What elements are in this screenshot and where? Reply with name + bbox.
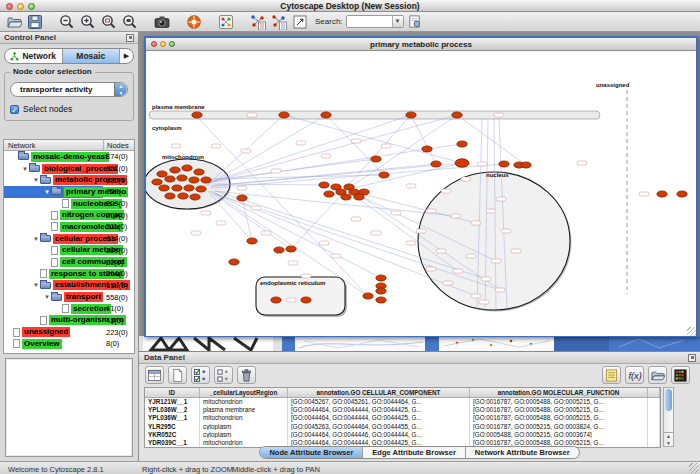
background-windows[interactable] (139, 336, 700, 351)
expand-arrow-icon[interactable]: ▼ (32, 177, 40, 183)
window-resize-grip[interactable] (687, 327, 696, 336)
edge (206, 115, 326, 186)
attribute-table: ID_cellularLayoutRegionannotation.GO CEL… (144, 387, 661, 448)
select-attributes-button[interactable] (191, 366, 210, 384)
combo-stepper-icon[interactable]: ▲▼ (114, 83, 127, 96)
node-color-combobox[interactable]: transporter activity ▲▼ (10, 82, 128, 97)
tree-row-transport[interactable]: ▼transport558(0) (4, 291, 134, 303)
annotation-button[interactable] (289, 13, 310, 31)
zoom-in-button[interactable] (77, 13, 98, 31)
region-label: endoplasmic reticulum (260, 280, 325, 286)
tree-row-unassigned[interactable]: unassigned223(0) (4, 326, 134, 338)
float-data-panel-icon[interactable] (688, 354, 696, 362)
node-label-pill (331, 254, 341, 258)
notes-icon (604, 368, 619, 383)
unselect-attributes-button[interactable] (214, 366, 233, 384)
tree-row-biological-process[interactable]: ▼biological_process651(0) (4, 163, 134, 175)
tab-edge-attribute-browser[interactable]: Edge Attribute Browser (362, 447, 464, 458)
expand-arrow-icon[interactable]: ▼ (43, 189, 51, 195)
search-options-button[interactable] (404, 13, 425, 31)
tree-row-nitrogen-compo[interactable]: nitrogen compo209(0) (4, 209, 134, 221)
app-resize-grip[interactable] (689, 463, 699, 473)
tab-network[interactable]: Network (5, 49, 62, 63)
notes-button[interactable] (602, 366, 621, 384)
manage-network-a-button[interactable] (247, 13, 268, 31)
column-header[interactable]: annotation.GO CELLULAR_COMPONENT (288, 388, 470, 397)
formula-builder-button[interactable]: f(x) (625, 366, 644, 384)
select-nodes-checkbox[interactable]: ✓ (10, 105, 19, 114)
network-view-window[interactable]: primary metabolic process plasma membran… (144, 36, 698, 337)
network-window-title-bar[interactable]: primary metabolic process (146, 38, 696, 51)
tree-row-mosaic-demo-yeast[interactable]: mosaic-demo-yeast874(0) (4, 151, 134, 163)
tree-row-metabolic-process[interactable]: ▼metabolic process280(0) (4, 174, 134, 186)
tree-row-nucleobase-[interactable]: nucleobase-209(0) (4, 198, 134, 210)
expand-arrow-icon[interactable]: ▼ (32, 282, 40, 288)
import-table-button[interactable] (648, 366, 667, 384)
table-vertical-scrollbar[interactable]: ▲▼ (663, 387, 674, 447)
attribute-table-button[interactable] (145, 366, 164, 384)
help-ring-button[interactable] (183, 13, 204, 31)
delete-attribute-button[interactable] (237, 366, 256, 384)
heatmap-button[interactable] (671, 366, 690, 384)
birds-eye-view[interactable] (5, 358, 133, 457)
column-header[interactable]: _cellularLayoutRegion (200, 388, 288, 397)
tree-row-count: 209(0) (106, 211, 128, 220)
search-dropdown-arrow-icon[interactable]: ▼ (392, 16, 403, 27)
expand-arrow-icon[interactable]: ▼ (43, 294, 51, 300)
node-label-pill (477, 162, 487, 166)
table-row[interactable]: YKR052Ccytoplasm[GO:0044464, GO:0044446,… (145, 430, 660, 438)
expand-arrow-icon[interactable]: ▼ (21, 166, 29, 172)
tree-row-macromolecule[interactable]: macromolecule311(0) (4, 221, 134, 233)
manage-network-b-button[interactable] (268, 13, 289, 31)
zoom-out-button[interactable] (56, 13, 77, 31)
new-attribute-button[interactable] (168, 366, 187, 384)
tab-network-attribute-browser[interactable]: Network Attribute Browser (465, 447, 579, 458)
node-label-pill (453, 269, 463, 273)
table-cell: YPL036W__1 (145, 414, 200, 422)
table-row[interactable]: YPL036W__2plasma membrane[GO:0044464, GO… (145, 406, 660, 414)
tab-mosaic[interactable]: Mosaic (62, 49, 120, 63)
expand-arrow-icon[interactable]: ▼ (32, 236, 40, 242)
table-row[interactable]: YLR295Ccytoplasm[GO:0045263, GO:0044464,… (145, 422, 660, 430)
save-session-button[interactable] (24, 13, 45, 31)
vizmapper-button[interactable] (215, 13, 236, 31)
column-header[interactable]: ID (145, 388, 200, 397)
tree-row-response-to-stimul[interactable]: response to stimul264(0) (4, 268, 134, 280)
snapshot-button[interactable] (151, 13, 172, 31)
tree-row-cell-communicat[interactable]: cell communicat22(0) (4, 256, 134, 268)
tree-row-label: unassigned (22, 327, 70, 337)
node-label-pill (451, 214, 461, 218)
folder-icon (51, 294, 62, 301)
open-file-button[interactable] (3, 13, 24, 31)
search-input[interactable]: ▼ (346, 15, 404, 28)
table-row[interactable]: YPL036W__1mitochondrion[GO:0044464, GO:0… (145, 414, 660, 422)
tab-overflow-arrow-icon[interactable]: ▶ (119, 49, 133, 63)
column-header[interactable]: annotation.GO MOLECULAR_FUNCTION (470, 388, 648, 397)
graph-node (157, 171, 167, 177)
tree-row-secretion[interactable]: secretion41(0) (4, 303, 134, 315)
table-cell: cytoplasm (200, 422, 288, 430)
graph-node (363, 293, 373, 299)
zoom-selected-button[interactable] (98, 13, 119, 31)
tree-row-cellular-metabo[interactable]: cellular metabo209(0) (4, 245, 134, 257)
node-label-pill (491, 259, 501, 263)
tree-row-establishment-of-lo[interactable]: ▼establishment of lo558(0) (4, 280, 134, 292)
graph-node (178, 193, 188, 199)
table-row[interactable]: YJR121W__1mitochondrion[GO:0045267, GO:0… (145, 398, 660, 406)
node-label-pill (577, 161, 587, 165)
table-cell: [GO:0016787, GO:0005488, GO:0005215, G..… (470, 406, 648, 414)
tree-row-multi-organism-pro[interactable]: multi-organism pro42(0) (4, 315, 134, 327)
scrollbar-arrows[interactable]: ▲▼ (664, 432, 673, 446)
table-cell: [GO:0044464, GO:0044444, GO:0044425, G..… (288, 406, 470, 414)
tree-row-overview[interactable]: Overview8(0) (4, 338, 134, 350)
scrollbar-thumb[interactable] (665, 389, 672, 411)
float-panel-icon[interactable] (126, 34, 134, 42)
tree-row-count: 209(0) (106, 199, 128, 208)
zoom-fit-button[interactable] (119, 13, 140, 31)
tab-node-attribute-browser[interactable]: Node Attribute Browser (260, 447, 362, 458)
save-session-icon (27, 14, 43, 30)
tree-row-cellular-process[interactable]: ▼cellular process614(0) (4, 233, 134, 245)
network-canvas[interactable]: plasma membranecytoplasmmitochondrionnuc… (146, 51, 696, 336)
tree-row-primary-metabo[interactable]: ▼primary metabo209(... (4, 186, 134, 198)
attribute-table-icon (147, 368, 162, 383)
